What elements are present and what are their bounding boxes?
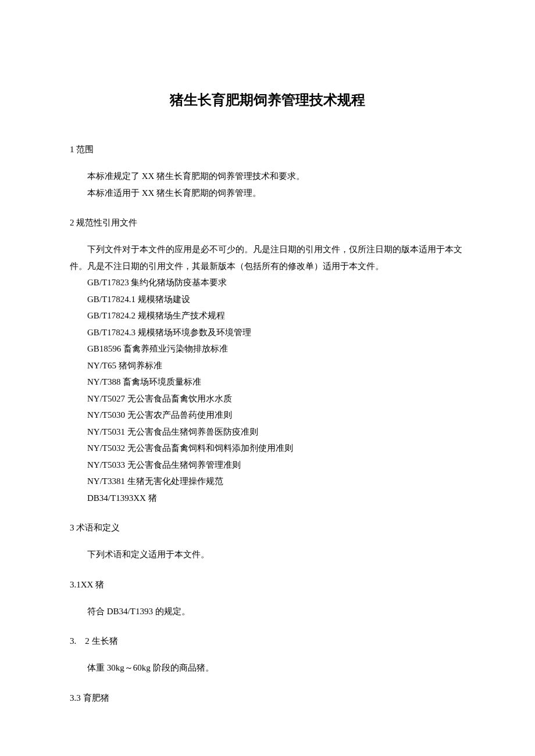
section-3-2-heading: 3. 2 生长猪 <box>70 636 465 647</box>
document-page: 猪生长育肥期饲养管理技术规程 1 范围 本标准规定了 XX 猪生长育肥期的饲养管… <box>0 0 535 751</box>
section-3-heading: 3 术语和定义 <box>70 522 465 533</box>
reference-item: GB/T17824.1 规模猪场建设 <box>87 291 465 308</box>
reference-list: GB/T17823 集约化猪场防疫基本要求 GB/T17824.1 规模猪场建设… <box>70 274 465 506</box>
section-3-1-heading: 3.1XX 猪 <box>70 579 465 590</box>
reference-item: GB/T17823 集约化猪场防疫基本要求 <box>87 274 465 291</box>
reference-item: GB/T17824.2 规模猪场生产技术规程 <box>87 307 465 324</box>
reference-item: NY/T65 猪饲养标准 <box>87 357 465 374</box>
reference-item: GB18596 畜禽养殖业污染物排放标准 <box>87 341 465 357</box>
reference-item: DB34/T1393XX 猪 <box>87 490 465 507</box>
reference-item: NY/T5031 无公害食品生猪饲养兽医防疫准则 <box>87 424 465 440</box>
section-3-3-heading: 3.3 育肥猪 <box>70 693 465 704</box>
reference-item: NY/T5033 无公害食品生猪饲养管理准则 <box>87 457 465 474</box>
reference-item: NY/T5032 无公害食品畜禽饲料和饲料添加剂使用准则 <box>87 440 465 457</box>
section-1-paragraph-2: 本标准适用于 XX 猪生长育肥期的饲养管理。 <box>70 185 465 202</box>
section-3-1-body: 符合 DB34/T1393 的规定。 <box>70 603 465 620</box>
reference-item: NY/T3381 生猪无害化处理操作规范 <box>87 473 465 490</box>
reference-item: NY/T5030 无公害农产品兽药使用准则 <box>87 407 465 424</box>
section-2-intro: 下列文件对于本文件的应用是必不可少的。凡是注日期的引用文件，仅所注日期的版本适用… <box>70 241 465 274</box>
section-1-paragraph-1: 本标准规定了 XX 猪生长育肥期的饲养管理技术和要求。 <box>70 168 465 185</box>
section-1-heading: 1 范围 <box>70 144 465 155</box>
document-title: 猪生长育肥期饲养管理技术规程 <box>70 91 465 109</box>
section-2-heading: 2 规范性引用文件 <box>70 217 465 228</box>
reference-item: GB/T17824.3 规模猪场环境参数及环境管理 <box>87 324 465 341</box>
reference-item: NY/T388 畜禽场环境质量标准 <box>87 374 465 390</box>
reference-item: NY/T5027 无公害食品畜禽饮用水水质 <box>87 390 465 407</box>
section-3-intro: 下列术语和定义适用于本文件。 <box>70 546 465 563</box>
section-3-2-body: 体重 30kg～60kg 阶段的商品猪。 <box>70 660 465 676</box>
